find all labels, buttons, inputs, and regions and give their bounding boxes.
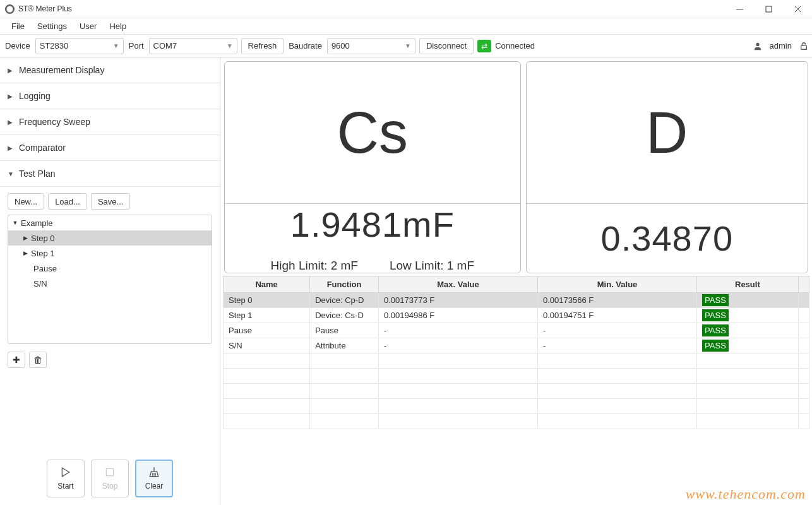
clear-button[interactable]: Clear [135, 460, 173, 497]
device-value: ST2830 [40, 41, 69, 50]
start-button[interactable]: Start [47, 460, 85, 497]
baud-select[interactable]: 9600 ▼ [327, 38, 415, 54]
port-select[interactable]: COM7 ▼ [149, 38, 237, 54]
chevron-down-icon: ▼ [405, 42, 411, 49]
accordion-test-plan[interactable]: ▼Test Plan [0, 161, 220, 187]
svg-marker-6 [62, 468, 69, 477]
add-item-button[interactable]: ✚ [8, 352, 25, 368]
tree-root[interactable]: ▼Example [8, 215, 212, 230]
save-button[interactable]: Save... [91, 193, 130, 210]
table-row-empty [224, 384, 809, 399]
device-label: Device [5, 41, 30, 50]
table-row-empty [224, 369, 809, 384]
svg-rect-1 [766, 6, 772, 12]
tree-item-pause[interactable]: Pause [8, 261, 212, 276]
stop-icon [104, 466, 116, 478]
connection-indicator-icon: ⇄ [477, 40, 491, 52]
trash-icon: 🗑 [33, 355, 42, 365]
svg-point-4 [756, 42, 759, 45]
table-row[interactable]: PausePause--PASS [224, 323, 809, 338]
app-icon [5, 4, 15, 14]
col-scroll [798, 276, 809, 293]
user-icon [753, 42, 762, 50]
result-badge: PASS [702, 324, 729, 336]
chevron-down-icon: ▼ [8, 170, 14, 177]
panel-primary: Cs 1.9481mF High Limit: 2 mF Low Limit: … [224, 61, 521, 273]
test-plan-body: New... Load... Save... ▼Example ▶Step 0 … [0, 187, 220, 453]
svg-rect-5 [801, 45, 807, 49]
panel-high-limit: High Limit: 2 mF [271, 259, 358, 273]
panel-primary-value: 1.9481mF [290, 204, 455, 245]
load-button[interactable]: Load... [48, 193, 87, 210]
baud-label: Baudrate [289, 41, 322, 50]
results-table-container: Name Function Max. Value Min. Value Resu… [220, 276, 812, 505]
chevron-right-icon: ▶ [22, 235, 28, 241]
panel-secondary-title: D [527, 62, 808, 204]
table-header-row: Name Function Max. Value Min. Value Resu… [224, 276, 809, 293]
broom-icon [148, 466, 160, 478]
device-select[interactable]: ST2830 ▼ [35, 38, 124, 54]
table-row-empty [224, 354, 809, 369]
tree-item-step0[interactable]: ▶Step 0 [8, 230, 212, 246]
table-row[interactable]: Step 1Device: Cs-D0.00194986 F0.00194751… [224, 308, 809, 323]
chevron-right-icon: ▶ [22, 250, 28, 256]
plus-icon: ✚ [13, 355, 20, 365]
results-table: Name Function Max. Value Min. Value Resu… [223, 276, 809, 429]
menu-user[interactable]: User [73, 19, 103, 33]
tree-item-step1[interactable]: ▶Step 1 [8, 246, 212, 261]
unlock-icon[interactable] [799, 42, 808, 50]
menu-help[interactable]: Help [103, 19, 133, 33]
result-badge: PASS [702, 309, 729, 321]
accordion-logging[interactable]: ▶Logging [0, 83, 220, 109]
tree-item-sn[interactable]: S/N [8, 276, 212, 291]
table-row-empty [224, 414, 809, 429]
refresh-button[interactable]: Refresh [241, 38, 284, 54]
toolbar: Device ST2830 ▼ Port COM7 ▼ Refresh Baud… [0, 35, 812, 57]
result-badge: PASS [702, 294, 729, 306]
chevron-down-icon: ▼ [12, 220, 18, 226]
svg-rect-7 [106, 468, 113, 475]
delete-item-button[interactable]: 🗑 [29, 352, 47, 368]
accordion-comparator[interactable]: ▶Comparator [0, 135, 220, 161]
main-content: Cs 1.9481mF High Limit: 2 mF Low Limit: … [220, 57, 812, 505]
window-minimize-button[interactable] [725, 0, 754, 18]
accordion-frequency-sweep[interactable]: ▶Frequency Sweep [0, 109, 220, 135]
port-value: COM7 [153, 41, 177, 50]
chevron-down-icon: ▼ [227, 42, 233, 49]
menu-file[interactable]: File [5, 19, 31, 33]
col-max[interactable]: Max. Value [378, 276, 537, 293]
col-name[interactable]: Name [224, 276, 310, 293]
menu-settings[interactable]: Settings [31, 19, 73, 33]
sidebar: ▶Measurement Display ▶Logging ▶Frequency… [0, 57, 220, 505]
chevron-right-icon: ▶ [8, 145, 14, 152]
chevron-down-icon: ▼ [113, 42, 119, 49]
baud-value: 9600 [331, 41, 350, 50]
chevron-right-icon: ▶ [8, 93, 14, 100]
col-result[interactable]: Result [697, 276, 799, 293]
col-function[interactable]: Function [310, 276, 379, 293]
window-titlebar: ST® Meter Plus [0, 0, 812, 18]
connection-status: Connected [495, 41, 535, 50]
panel-secondary: D 0.34870 [526, 61, 808, 273]
panel-low-limit: Low Limit: 1 mF [390, 259, 474, 273]
stop-button[interactable]: Stop [91, 460, 129, 497]
table-row-empty [224, 399, 809, 414]
panel-primary-title: Cs [225, 62, 520, 204]
port-label: Port [129, 41, 144, 50]
test-plan-tree: ▼Example ▶Step 0 ▶Step 1 Pause S/N [8, 215, 212, 344]
window-title: ST® Meter Plus [18, 4, 725, 13]
chevron-right-icon: ▶ [8, 67, 14, 74]
result-badge: PASS [702, 340, 729, 352]
play-icon [60, 466, 71, 478]
window-close-button[interactable] [783, 0, 812, 18]
col-min[interactable]: Min. Value [538, 276, 697, 293]
table-row[interactable]: S/NAttribute--PASS [224, 338, 809, 354]
accordion-measurement-display[interactable]: ▶Measurement Display [0, 57, 220, 83]
new-button[interactable]: New... [8, 193, 44, 210]
window-maximize-button[interactable] [754, 0, 783, 18]
watermark: www.tehencom.com [686, 486, 806, 502]
chevron-right-icon: ▶ [8, 119, 14, 126]
table-row[interactable]: Step 0Device: Cp-D0.00173773 F0.00173566… [224, 293, 809, 308]
user-name: admin [770, 41, 792, 50]
disconnect-button[interactable]: Disconnect [419, 38, 474, 54]
